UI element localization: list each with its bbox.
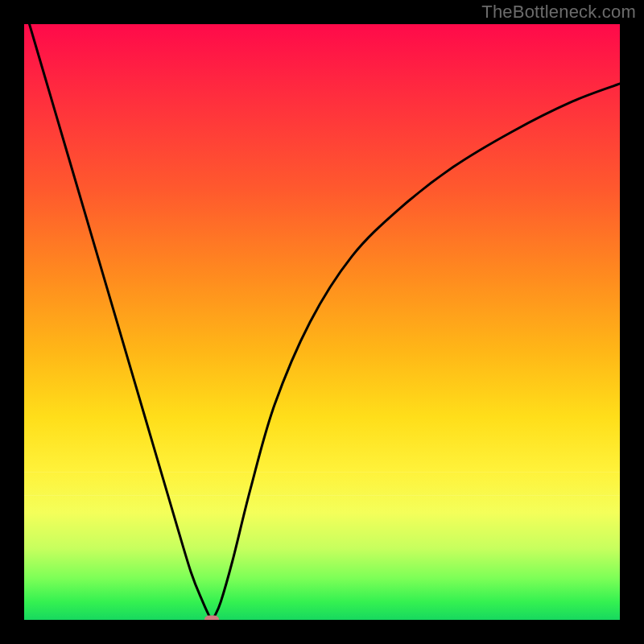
watermark-text: TheBottleneck.com	[481, 2, 636, 23]
minimum-marker	[204, 616, 219, 621]
bottleneck-curve	[24, 24, 620, 620]
chart-frame: TheBottleneck.com	[0, 0, 644, 644]
curve-svg	[24, 24, 620, 620]
plot-area	[24, 24, 620, 620]
